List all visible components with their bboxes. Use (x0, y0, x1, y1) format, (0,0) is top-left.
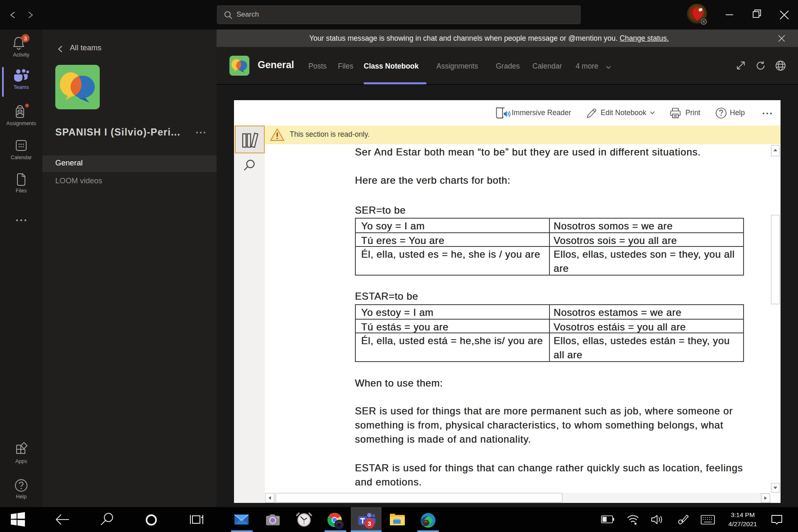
svg-text:3: 3 (24, 35, 27, 42)
svg-text:3: 3 (368, 520, 371, 527)
